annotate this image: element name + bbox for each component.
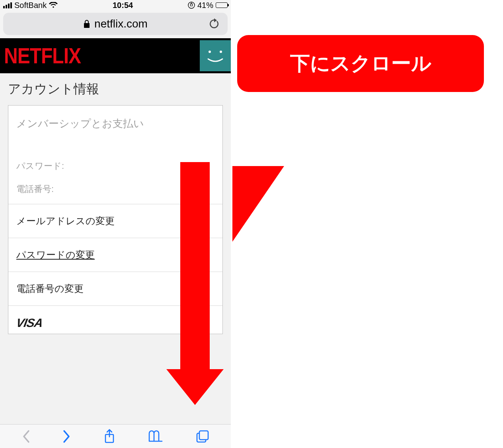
status-left: SoftBank xyxy=(3,1,58,10)
battery-percent-label: 41% xyxy=(197,1,213,10)
clock-label: 10:54 xyxy=(113,1,133,10)
page-title: アカウント情報 xyxy=(8,80,223,98)
tabs-button[interactable] xyxy=(196,430,209,443)
profile-avatar[interactable] xyxy=(200,40,231,71)
membership-section-title: メンバーシップとお支払い xyxy=(8,106,222,155)
lock-icon xyxy=(83,20,90,28)
annotation-callout: 下にスクロール xyxy=(237,35,484,92)
annotation-text: 下にスクロール xyxy=(290,52,431,74)
share-button[interactable] xyxy=(103,429,115,444)
refresh-button[interactable] xyxy=(209,18,220,30)
orientation-lock-icon xyxy=(188,2,195,9)
battery-icon xyxy=(216,2,228,8)
bookmarks-button[interactable] xyxy=(148,430,164,443)
svg-rect-5 xyxy=(199,431,208,440)
status-bar: SoftBank 10:54 41% xyxy=(0,0,231,10)
scroll-down-arrow-icon xyxy=(180,162,224,405)
url-bar-container: netflix.com xyxy=(0,10,231,38)
url-label: netflix.com xyxy=(94,18,148,30)
carrier-label: SoftBank xyxy=(14,1,47,10)
netflix-header: NETFLIX xyxy=(0,38,231,73)
back-button[interactable] xyxy=(21,429,30,444)
status-right: 41% xyxy=(188,1,228,10)
netflix-logo[interactable]: NETFLIX xyxy=(4,43,81,68)
safari-toolbar xyxy=(0,424,231,448)
url-bar[interactable]: netflix.com xyxy=(3,13,228,35)
wifi-icon xyxy=(49,2,58,8)
forward-button[interactable] xyxy=(62,429,71,444)
visa-logo: VISA xyxy=(15,316,44,330)
svg-point-1 xyxy=(209,51,211,53)
svg-point-2 xyxy=(220,51,222,53)
signal-bars-icon xyxy=(3,2,12,8)
